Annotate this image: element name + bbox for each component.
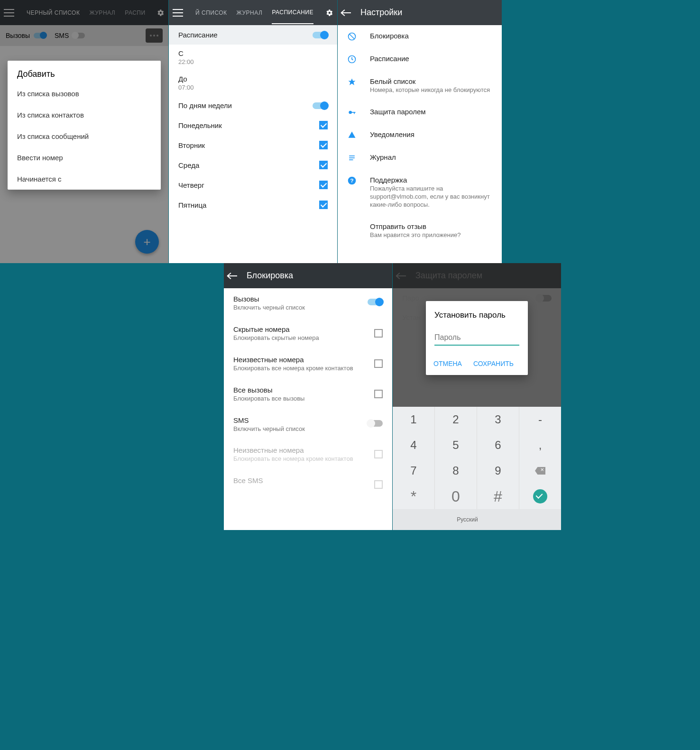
day-wed[interactable]: Среда — [169, 155, 337, 175]
tab-log[interactable]: ЖУРНАЛ — [237, 9, 263, 16]
key-,[interactable]: , — [519, 432, 561, 458]
day-tue[interactable]: Вторник — [169, 135, 337, 155]
menu-icon[interactable] — [4, 9, 14, 17]
toggle[interactable] — [368, 420, 383, 427]
svg-text:?: ? — [350, 177, 353, 183]
key-0[interactable]: 0 — [435, 484, 477, 509]
back-icon[interactable] — [341, 12, 351, 13]
schedule-row[interactable]: Расписание — [169, 25, 337, 45]
settings-item[interactable]: Блокировка — [338, 25, 502, 48]
filter-bar: Вызовы SMS — [0, 25, 168, 46]
settings-item[interactable]: Уведомления — [338, 124, 502, 146]
svg-rect-4 — [351, 112, 355, 113]
block-item: Неизвестные номераБлокировать все номера… — [224, 439, 392, 470]
block-item: Все SMS — [224, 470, 392, 495]
checkbox[interactable] — [374, 390, 383, 398]
page-title: Настройки — [360, 8, 402, 18]
key-8[interactable]: 8 — [435, 458, 477, 484]
settings-icon — [347, 32, 357, 41]
save-button[interactable]: СОХРАНИТЬ — [468, 356, 519, 371]
checkbox[interactable] — [374, 450, 383, 458]
key-#[interactable]: # — [477, 484, 519, 509]
checkbox[interactable] — [374, 329, 383, 338]
day-thu[interactable]: Четверг — [169, 175, 337, 195]
backspace-key[interactable] — [519, 458, 561, 484]
done-key[interactable] — [519, 484, 561, 509]
block-item[interactable]: Все вызовыБлокировать все вызовы — [224, 379, 392, 410]
gear-icon[interactable] — [325, 9, 333, 17]
checkbox[interactable] — [319, 141, 328, 149]
day-mon[interactable]: Понедельник — [169, 115, 337, 135]
block-item[interactable]: ВызовыВключить черный список — [224, 288, 392, 319]
day-fri[interactable]: Пятница — [169, 195, 337, 215]
checkbox[interactable] — [319, 181, 328, 189]
fab-add[interactable]: + — [135, 230, 159, 254]
checkbox[interactable] — [319, 121, 328, 129]
settings-item[interactable]: Отправить отзывВам нравится это приложен… — [338, 216, 502, 246]
key-7[interactable]: 7 — [393, 458, 435, 484]
key-2[interactable]: 2 — [435, 407, 477, 432]
schedule-toggle[interactable] — [313, 32, 328, 38]
checkbox[interactable] — [374, 359, 383, 368]
settings-item[interactable]: Расписание — [338, 48, 502, 71]
settings-icon — [347, 77, 357, 87]
toggle[interactable] — [368, 299, 383, 305]
key-9[interactable]: 9 — [477, 458, 519, 484]
settings-icon — [347, 222, 357, 232]
checkbox[interactable] — [319, 201, 328, 209]
opt-from-calls[interactable]: Из списка вызовов — [8, 83, 161, 104]
block-item[interactable]: SMSВключить черный список — [224, 410, 392, 440]
key-3[interactable]: 3 — [477, 407, 519, 432]
settings-item[interactable]: Защита паролем — [338, 101, 502, 124]
to-row[interactable]: До07:00 — [169, 70, 337, 96]
cancel-button[interactable]: ОТМЕНА — [428, 356, 468, 371]
tab-blacklist[interactable]: ЧЕРНЫЙ СПИСОК — [27, 9, 80, 16]
block-item[interactable]: Неизвестные номераБлокировать все номера… — [224, 349, 392, 379]
bydays-row[interactable]: По дням недели — [169, 96, 337, 115]
key-1[interactable]: 1 — [393, 407, 435, 432]
tab-schedule[interactable]: РАСПИСАНИЕ — [272, 9, 313, 24]
calls-toggle[interactable] — [34, 33, 46, 38]
app-bar: Й СПИСОК ЖУРНАЛ РАСПИСАНИЕ — [169, 0, 337, 25]
dialog-title: Добавить — [8, 61, 161, 83]
numeric-keyboard: 123-456,789*0# Русский — [393, 407, 561, 530]
gear-icon[interactable] — [156, 9, 165, 17]
tab-schedule[interactable]: РАСПИ — [125, 9, 145, 16]
settings-item[interactable]: Журнал — [338, 146, 502, 169]
block-item[interactable]: Скрытые номераБлокировать скрытые номера — [224, 319, 392, 349]
key--[interactable]: - — [519, 407, 561, 432]
dialog-title: Установить пароль — [434, 311, 519, 320]
sms-toggle[interactable] — [73, 33, 85, 38]
keyboard-language[interactable]: Русский — [457, 516, 478, 523]
settings-screen: Настройки БлокировкаРасписаниеБелый спис… — [338, 0, 502, 263]
opt-from-contacts[interactable]: Из списка контактов — [8, 104, 161, 126]
key-*[interactable]: * — [393, 484, 435, 509]
settings-icon — [347, 55, 357, 64]
checkbox[interactable] — [319, 161, 328, 169]
svg-rect-6 — [349, 155, 355, 156]
tab-blacklist[interactable]: Й СПИСОК — [195, 9, 227, 16]
checkbox[interactable] — [374, 480, 383, 489]
key-6[interactable]: 6 — [477, 432, 519, 458]
app-bar: Блокировка — [224, 263, 392, 288]
password-input[interactable] — [434, 330, 519, 346]
from-row[interactable]: С22:00 — [169, 45, 337, 70]
key-4[interactable]: 4 — [393, 432, 435, 458]
settings-icon — [347, 153, 357, 163]
set-password-dialog: Установить пароль ОТМЕНА СОХРАНИТЬ — [426, 301, 528, 375]
settings-item[interactable]: Белый списокНомера, которые никогда не б… — [338, 71, 502, 101]
opt-from-messages[interactable]: Из списка сообщений — [8, 126, 161, 147]
opt-enter-number[interactable]: Ввести номер — [8, 147, 161, 168]
settings-item[interactable]: ?ПоддержкаПожалуйста напишите на support… — [338, 169, 502, 216]
opt-starts-with[interactable]: Начинается с — [8, 168, 161, 190]
tab-log[interactable]: ЖУРНАЛ — [89, 9, 115, 16]
svg-rect-5 — [354, 112, 355, 114]
bydays-toggle[interactable] — [313, 102, 328, 109]
overflow-button[interactable] — [146, 28, 163, 43]
key-5[interactable]: 5 — [435, 432, 477, 458]
blocking-screen: Блокировка ВызовыВключить черный списокС… — [224, 263, 392, 530]
settings-icon: ? — [347, 176, 357, 185]
menu-icon[interactable] — [173, 9, 183, 17]
back-icon[interactable] — [228, 275, 237, 276]
blacklist-screen: ЧЕРНЫЙ СПИСОК ЖУРНАЛ РАСПИ Вызовы SMS + … — [0, 0, 168, 263]
